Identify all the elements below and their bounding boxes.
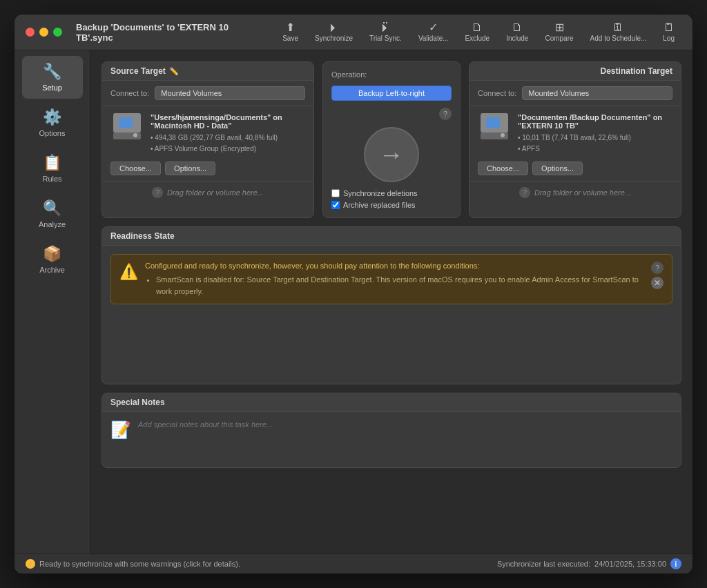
status-text[interactable]: Ready to synchronize with some warnings … bbox=[39, 560, 240, 568]
warning-actions: ? ✕ bbox=[651, 262, 664, 289]
warning-icon: ⚠️ bbox=[119, 263, 138, 281]
operation-select[interactable]: Backup Left-to-right bbox=[331, 86, 452, 101]
archive-replaced-row: Archive replaced files bbox=[331, 201, 418, 209]
include-icon: 🗋 bbox=[512, 22, 523, 33]
special-notes-panel: Special Notes 📝 Add special notes about … bbox=[101, 393, 681, 468]
operation-arrow: → bbox=[364, 127, 419, 182]
schedule-icon: 🗓 bbox=[612, 22, 623, 33]
warning-help-button[interactable]: ? bbox=[651, 262, 664, 274]
analyze-icon: 🔍 bbox=[43, 199, 61, 217]
validate-button[interactable]: ✓ Validate... bbox=[411, 19, 456, 45]
sidebar-item-setup[interactable]: 🔧 Setup bbox=[22, 56, 83, 99]
source-volume-meta: 494,38 GB (292,77 GB avail, 40,8% full) … bbox=[151, 133, 305, 155]
sync-deletions-checkbox[interactable] bbox=[331, 189, 340, 197]
rules-icon: 📋 bbox=[43, 154, 61, 172]
destination-connect-dropdown[interactable]: Mounted Volumes bbox=[522, 86, 672, 100]
destination-drive-icon-area bbox=[478, 113, 511, 144]
destination-options-button[interactable]: Options... bbox=[532, 161, 583, 175]
operation-checkboxes: Synchronize deletions Archive replaced f… bbox=[331, 189, 418, 209]
titlebar: Backup 'Documents' to 'EXTERN 10 TB'.syn… bbox=[14, 14, 693, 50]
validate-icon: ✓ bbox=[429, 22, 438, 33]
destination-volume-name: "Documenten /Backup Documenten" on "EXTE… bbox=[518, 113, 672, 130]
log-icon: 🗒 bbox=[664, 22, 675, 33]
add-to-schedule-button[interactable]: 🗓 Add to Schedule... bbox=[583, 19, 654, 45]
trial-sync-icon: ⏵̈ bbox=[380, 22, 391, 33]
synchronize-icon: ⏵ bbox=[328, 22, 339, 33]
operation-help-button[interactable]: ? bbox=[439, 108, 452, 120]
sidebar-item-archive[interactable]: 📦 Archive bbox=[22, 238, 83, 281]
svg-point-3 bbox=[133, 133, 137, 137]
destination-header-right: Destination Target bbox=[601, 66, 672, 76]
close-button[interactable] bbox=[26, 28, 35, 37]
maximize-button[interactable] bbox=[53, 28, 62, 37]
include-button[interactable]: 🗋 Include bbox=[499, 19, 535, 45]
warning-content: Configured and ready to synchronize, how… bbox=[145, 262, 644, 297]
archive-replaced-checkbox[interactable] bbox=[331, 201, 340, 209]
source-target-label: Source Target bbox=[110, 66, 166, 76]
readiness-label: Readiness State bbox=[110, 231, 175, 241]
setup-icon: 🔧 bbox=[43, 63, 61, 81]
operation-panel: Operation: Backup Left-to-right ? → Sync… bbox=[322, 61, 461, 218]
destination-drive-icon bbox=[478, 113, 511, 144]
status-right: Synchronizer last executed: 24/01/2025, … bbox=[497, 558, 681, 569]
notes-body: 📝 Add special notes about this task here… bbox=[102, 412, 681, 467]
last-executed-label: Synchronizer last executed: bbox=[497, 560, 590, 568]
sidebar-item-analyze[interactable]: 🔍 Analyze bbox=[22, 193, 83, 235]
warning-box: ⚠️ Configured and ready to synchronize, … bbox=[110, 254, 672, 304]
destination-target-body: "Documenten /Backup Documenten" on "EXTE… bbox=[469, 106, 681, 161]
destination-target-label: Destination Target bbox=[601, 66, 672, 76]
save-button[interactable]: ⬆ Save bbox=[275, 19, 305, 45]
statusbar: ⚠ Ready to synchronize with some warning… bbox=[14, 553, 693, 574]
notes-placeholder[interactable]: Add special notes about this task here..… bbox=[138, 420, 273, 429]
warning-dismiss-button[interactable]: ✕ bbox=[651, 277, 664, 289]
destination-target-actions: Choose... Options... bbox=[469, 161, 681, 181]
destination-drag-hint: ? Drag folder or volume here... bbox=[469, 181, 681, 204]
compare-icon: ⊞ bbox=[555, 22, 564, 33]
compare-button[interactable]: ⊞ Compare bbox=[538, 19, 580, 45]
destination-target-header: Destination Target bbox=[469, 62, 681, 81]
exclude-button[interactable]: 🗋 Exclude bbox=[458, 19, 497, 45]
status-warning-icon: ⚠ bbox=[26, 559, 35, 569]
targets-row: Source Target ✏️ Connect to: Mounted Vol… bbox=[101, 61, 681, 218]
warning-detail: SmartScan is disabled for: Source Target… bbox=[145, 274, 644, 297]
archive-icon: 📦 bbox=[43, 245, 61, 263]
sidebar-item-options[interactable]: ⚙️ Options bbox=[22, 101, 83, 144]
question-icon: ? bbox=[152, 187, 163, 198]
source-drag-hint: ? Drag folder or volume here... bbox=[102, 181, 313, 204]
destination-volume-meta: 10,01 TB (7,74 TB avail, 22,6% full) APF… bbox=[518, 133, 672, 155]
question-icon-dest: ? bbox=[519, 187, 530, 198]
source-volume-name: "Users/hjamensinga/Documents" on "Macint… bbox=[151, 113, 305, 130]
destination-target-panel: Destination Target Connect to: Mounted V… bbox=[469, 61, 681, 218]
notes-header: Special Notes bbox=[102, 393, 681, 412]
source-target-body: "Users/hjamensinga/Documents" on "Macint… bbox=[102, 106, 313, 161]
warning-title: Configured and ready to synchronize, how… bbox=[145, 262, 644, 270]
synchronize-button[interactable]: ⏵ Synchronize bbox=[308, 19, 360, 45]
readiness-body: ⚠️ Configured and ready to synchronize, … bbox=[102, 246, 681, 384]
sync-deletions-row: Synchronize deletions bbox=[331, 189, 418, 197]
content-area: Source Target ✏️ Connect to: Mounted Vol… bbox=[90, 50, 693, 553]
source-target-actions: Choose... Options... bbox=[102, 161, 313, 181]
destination-connect-row: Connect to: Mounted Volumes bbox=[469, 81, 681, 106]
source-target-edit-icon[interactable]: ✏️ bbox=[169, 67, 179, 76]
info-button[interactable]: i bbox=[670, 558, 681, 569]
source-connect-dropdown[interactable]: Mounted Volumes bbox=[155, 86, 305, 100]
window-title: Backup 'Documents' to 'EXTERN 10 TB'.syn… bbox=[76, 22, 267, 43]
source-choose-button[interactable]: Choose... bbox=[110, 161, 161, 175]
sidebar-item-rules[interactable]: 📋 Rules bbox=[22, 147, 83, 190]
main-area: 🔧 Setup ⚙️ Options 📋 Rules 🔍 Analyze 📦 A… bbox=[14, 50, 693, 553]
exclude-icon: 🗋 bbox=[472, 22, 483, 33]
options-icon: ⚙️ bbox=[43, 108, 61, 126]
destination-choose-button[interactable]: Choose... bbox=[478, 161, 528, 175]
svg-rect-2 bbox=[119, 117, 133, 128]
svg-rect-6 bbox=[486, 117, 500, 128]
source-target-header: Source Target ✏️ bbox=[102, 62, 313, 81]
minimize-button[interactable] bbox=[39, 28, 48, 37]
trial-sync-button[interactable]: ⏵̈ Trial Sync. bbox=[362, 19, 409, 45]
sidebar: 🔧 Setup ⚙️ Options 📋 Rules 🔍 Analyze 📦 A… bbox=[14, 50, 90, 553]
status-left: ⚠ Ready to synchronize with some warning… bbox=[26, 559, 240, 569]
log-button[interactable]: 🗒 Log bbox=[656, 19, 681, 45]
source-options-button[interactable]: Options... bbox=[165, 161, 215, 175]
last-executed-time: 24/01/2025, 15:33:00 bbox=[594, 560, 666, 568]
source-action-btn-row: Choose... Options... bbox=[110, 161, 215, 175]
notes-label: Special Notes bbox=[110, 398, 165, 407]
